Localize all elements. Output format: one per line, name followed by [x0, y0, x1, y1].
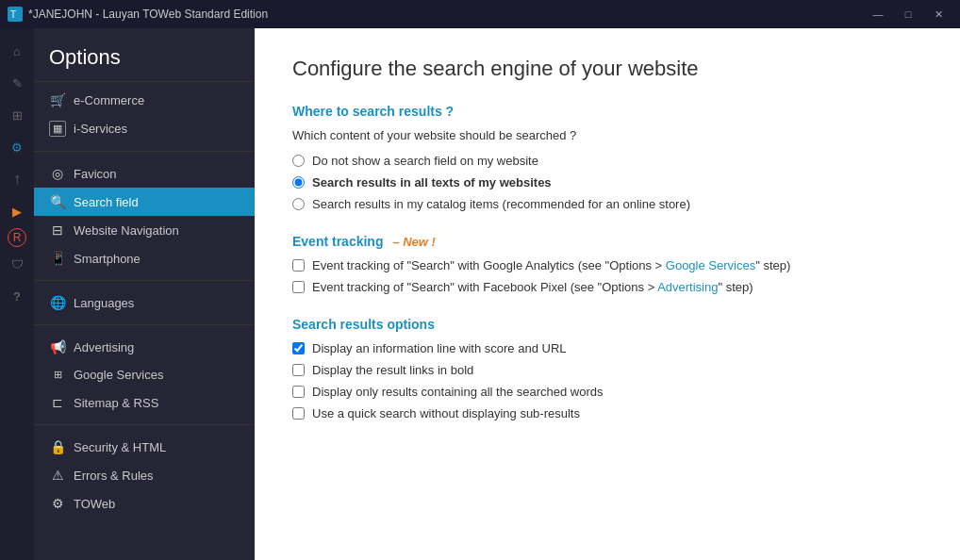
divider-4 [34, 424, 255, 425]
radio-all-texts[interactable]: Search results in all texts of my websit… [292, 175, 922, 189]
content-area: Configure the search engine of your webs… [255, 28, 960, 560]
fb-tracking-item[interactable]: Event tracking of "Search" with Facebook… [292, 280, 922, 294]
sidebar-section-bottom: 🔒 Security & HTML ⚠ Errors & Rules ⚙ TOW… [34, 429, 255, 521]
close-button[interactable]: ✕ [924, 0, 952, 28]
sidebar-item-label: Search field [74, 195, 139, 209]
bold-links-label: Display the result links in bold [312, 363, 473, 377]
search-icon: 🔍 [49, 194, 66, 209]
bold-links-checkbox[interactable] [292, 364, 305, 376]
fb-tracking-checkbox[interactable] [292, 281, 305, 293]
sidebar-item-label: Google Services [74, 368, 163, 382]
sidebar-item-toweb[interactable]: ⚙ TOWeb [34, 489, 255, 518]
svg-text:T: T [10, 9, 16, 20]
toweb-icon: ⚙ [49, 496, 66, 511]
results-checkbox-group: Display an information line with score a… [292, 341, 922, 420]
all-words-checkbox[interactable] [292, 386, 305, 398]
sidebar-item-advertising[interactable]: 📢 Advertising [34, 333, 255, 361]
new-badge: – New ! [392, 235, 436, 249]
info-line-checkbox[interactable] [292, 342, 305, 354]
radio-all-texts-label: Search results in all texts of my websit… [312, 175, 552, 189]
sidebar-item-label: Favicon [74, 167, 117, 181]
all-words-label: Display only results containing all the … [312, 385, 604, 399]
sidebar-item-security-html[interactable]: 🔒 Security & HTML [34, 433, 255, 461]
where-section-title: Where to search results ? [292, 104, 922, 119]
ga-tracking-checkbox[interactable] [292, 259, 305, 272]
quick-search-checkbox[interactable] [292, 407, 305, 420]
fb-tracking-label: Event tracking of "Search" with Facebook… [312, 280, 753, 294]
all-words-item[interactable]: Display only results containing all the … [292, 385, 922, 399]
event-section-title: Event tracking – New ! [292, 234, 922, 249]
ga-tracking-label: Event tracking of "Search" with Google A… [312, 258, 790, 272]
sidebar-item-label: Errors & Rules [74, 469, 154, 483]
sidebar-header: Options [34, 28, 255, 82]
home-icon[interactable]: ⌂ [2, 36, 32, 66]
radio-group: Do not show a search field on my website… [292, 154, 922, 211]
quick-search-label: Use a quick search without displaying su… [312, 406, 580, 420]
sidebar-item-google-services[interactable]: ⊞ Google Services [34, 361, 255, 388]
radio-catalog-label: Search results in my catalog items (reco… [312, 197, 690, 211]
ga-tracking-item[interactable]: Event tracking of "Search" with Google A… [292, 258, 922, 272]
quick-search-item[interactable]: Use a quick search without displaying su… [292, 406, 922, 420]
radio-catalog[interactable]: Search results in my catalog items (reco… [292, 197, 922, 211]
sidebar-section-services: 📢 Advertising ⊞ Google Services ⊏ Sitema… [34, 329, 255, 420]
security-icon: 🔒 [49, 439, 66, 454]
info-line-label: Display an information line with score a… [312, 341, 567, 355]
errors-icon: ⚠ [49, 468, 66, 483]
sidebar-item-label: Advertising [74, 340, 134, 354]
favicon-icon: ◎ [49, 166, 66, 181]
radio-no-search-input[interactable] [292, 155, 305, 167]
bold-links-item[interactable]: Display the result links in bold [292, 363, 922, 377]
radio-all-texts-input[interactable] [292, 176, 305, 189]
sidebar-item-label: Website Navigation [74, 223, 179, 238]
event-checkbox-group: Event tracking of "Search" with Google A… [292, 258, 922, 294]
advertising-link[interactable]: Advertising [657, 280, 718, 294]
sidebar: Options 🛒 e-Commerce ▦ i-Services ◎ Favi… [34, 28, 255, 560]
sidebar-item-label: Smartphone [74, 252, 141, 266]
sidebar-item-ecommerce[interactable]: 🛒 e-Commerce [34, 86, 255, 114]
google-services-link[interactable]: Google Services [666, 258, 755, 272]
sidebar-section-top: 🛒 e-Commerce ▦ i-Services [34, 82, 255, 147]
advertising-icon: 📢 [49, 339, 66, 354]
google-services-icon: ⊞ [49, 369, 66, 381]
divider-1 [34, 151, 255, 152]
where-section: Where to search results ? Which content … [292, 104, 922, 211]
sidebar-item-smartphone[interactable]: 📱 Smartphone [34, 244, 255, 272]
radio-no-search-label: Do not show a search field on my website [312, 154, 538, 168]
sidebar-item-favicon[interactable]: ◎ Favicon [34, 159, 255, 188]
sidebar-item-sitemap-rss[interactable]: ⊏ Sitemap & RSS [34, 388, 255, 417]
sidebar-item-errors-rules[interactable]: ⚠ Errors & Rules [34, 461, 255, 489]
sidebar-section-mid: ◎ Favicon 🔍 Search field ⊟ Website Navig… [34, 156, 255, 276]
edit-icon[interactable]: ✎ [2, 68, 32, 98]
sidebar-section-languages: 🌐 Languages [34, 285, 255, 321]
event-section: Event tracking – New ! Event tracking of… [292, 234, 922, 294]
play-icon[interactable]: ▶ [2, 196, 32, 226]
shield-icon[interactable]: 🛡 [2, 249, 32, 279]
results-section-title: Search results options [292, 317, 922, 332]
radio-no-search[interactable]: Do not show a search field on my website [292, 154, 922, 168]
sidebar-item-label: i-Services [74, 122, 127, 136]
titlebar: T *JANEJOHN - Lauyan TOWeb Standard Edit… [0, 0, 960, 28]
titlebar-title: *JANEJOHN - Lauyan TOWeb Standard Editio… [28, 8, 864, 21]
divider-3 [34, 324, 255, 325]
divider-2 [34, 280, 255, 281]
iservices-icon: ▦ [49, 121, 66, 137]
languages-icon: 🌐 [49, 295, 66, 310]
event-tracking-label: Event tracking [292, 234, 383, 249]
minimize-button[interactable]: — [864, 0, 892, 28]
help-icon[interactable]: ? [2, 281, 32, 311]
smartphone-icon: 📱 [49, 251, 66, 266]
grid-icon[interactable]: ⊞ [2, 100, 32, 130]
sidebar-item-website-navigation[interactable]: ⊟ Website Navigation [34, 216, 255, 244]
sidebar-item-label: Languages [74, 296, 134, 310]
info-line-item[interactable]: Display an information line with score a… [292, 341, 922, 355]
sidebar-item-search-field[interactable]: 🔍 Search field [34, 188, 255, 216]
radio-catalog-input[interactable] [292, 198, 305, 210]
left-icon-strip: ⌂ ✎ ⊞ ⚙ ↑ ▶ R 🛡 ? [0, 28, 34, 560]
copyright-icon[interactable]: R [8, 228, 26, 247]
upload-icon[interactable]: ↑ [2, 164, 32, 194]
sidebar-item-iservices[interactable]: ▦ i-Services [34, 114, 255, 143]
app-icon: T [8, 7, 23, 22]
maximize-button[interactable]: □ [894, 0, 922, 28]
sidebar-item-languages[interactable]: 🌐 Languages [34, 288, 255, 317]
settings-icon[interactable]: ⚙ [2, 132, 32, 162]
